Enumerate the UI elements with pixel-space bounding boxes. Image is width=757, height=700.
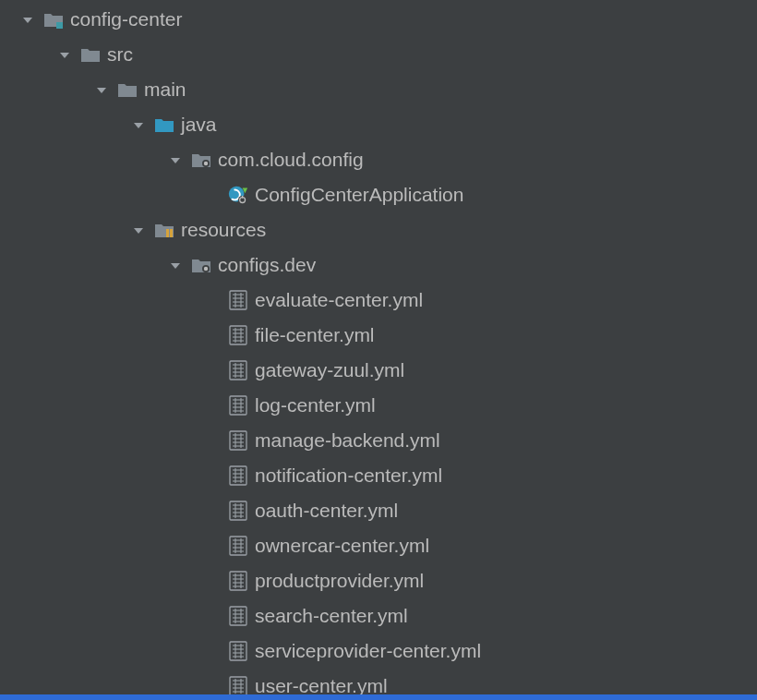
tree-item-label: configs.dev [218, 254, 316, 276]
svg-point-7 [204, 162, 208, 165]
yml-icon [227, 359, 249, 381]
tree-item[interactable]: src [0, 37, 757, 72]
svg-marker-3 [97, 88, 106, 93]
svg-rect-61 [230, 466, 246, 485]
source-folder-icon [153, 114, 175, 136]
tree-item[interactable]: productprovider.yml [0, 563, 757, 598]
svg-rect-29 [230, 326, 246, 344]
svg-rect-53 [230, 431, 246, 450]
tree-item-label: main [144, 78, 186, 101]
project-tree[interactable]: config-centersrcmainjavacom.cloud.config… [0, 0, 757, 700]
tree-item-label: file-center.yml [255, 324, 375, 346]
expand-arrow-icon[interactable] [129, 115, 148, 134]
package-icon [190, 254, 212, 276]
yml-icon [227, 289, 249, 311]
tree-item[interactable]: manage-backend.yml [0, 423, 757, 458]
tree-item[interactable]: ConfigCenterApplication [0, 177, 757, 212]
svg-marker-0 [23, 18, 32, 23]
tree-item-label: serviceprovider-center.yml [255, 640, 481, 662]
tree-item[interactable]: gateway-zuul.yml [0, 353, 757, 388]
tree-item[interactable]: file-center.yml [0, 318, 757, 353]
tree-item[interactable]: config-center [0, 2, 757, 37]
svg-rect-85 [230, 572, 246, 590]
tree-item-label: search-center.yml [255, 605, 408, 627]
expand-arrow-icon[interactable] [166, 256, 185, 274]
tree-item[interactable]: search-center.yml [0, 598, 757, 634]
yml-icon [227, 640, 249, 662]
yml-icon [227, 605, 249, 627]
spring-app-icon [227, 184, 249, 206]
yml-icon [227, 500, 249, 522]
expand-arrow-icon[interactable] [92, 80, 111, 99]
tree-item[interactable]: serviceprovider-center.yml [0, 634, 757, 669]
expand-arrow-icon[interactable] [18, 10, 37, 29]
tree-item-label: manage-backend.yml [255, 429, 440, 452]
selection-bar [0, 694, 757, 700]
tree-item[interactable]: com.cloud.config [0, 142, 757, 177]
module-icon [42, 8, 65, 30]
svg-rect-13 [242, 196, 243, 199]
tree-item-label: ConfigCenterApplication [255, 184, 463, 206]
svg-rect-21 [230, 291, 246, 309]
svg-rect-15 [166, 229, 169, 237]
tree-item-label: oauth-center.yml [255, 500, 398, 522]
tree-item[interactable]: ownercar-center.yml [0, 528, 757, 563]
folder-icon [116, 78, 138, 101]
tree-item-label: com.cloud.config [218, 149, 364, 171]
yml-icon [227, 535, 249, 557]
tree-item[interactable]: java [0, 107, 757, 142]
tree-item-label: log-center.yml [255, 394, 376, 416]
svg-marker-14 [134, 228, 143, 234]
svg-rect-109 [230, 677, 246, 695]
folder-icon [79, 43, 102, 66]
yml-icon [227, 394, 249, 416]
yml-icon [227, 570, 249, 592]
tree-item-label: gateway-zuul.yml [255, 359, 404, 381]
tree-item[interactable]: log-center.yml [0, 388, 757, 423]
expand-arrow-icon[interactable] [166, 151, 185, 169]
svg-marker-17 [171, 263, 180, 269]
tree-item-label: src [107, 43, 133, 66]
tree-item-label: java [181, 114, 217, 136]
package-icon [190, 149, 212, 171]
svg-rect-45 [230, 396, 246, 415]
svg-rect-101 [230, 642, 246, 660]
tree-item-label: resources [181, 219, 266, 241]
svg-rect-69 [230, 501, 246, 520]
tree-item[interactable]: evaluate-center.yml [0, 283, 757, 318]
yml-icon [227, 429, 249, 452]
yml-icon [227, 324, 249, 346]
tree-item-label: productprovider.yml [255, 570, 424, 592]
tree-item-label: evaluate-center.yml [255, 289, 423, 311]
expand-arrow-icon[interactable] [129, 221, 148, 239]
svg-rect-16 [170, 229, 173, 237]
svg-rect-1 [56, 22, 63, 29]
tree-item-label: notification-center.yml [255, 465, 442, 487]
svg-marker-2 [60, 53, 69, 58]
tree-item[interactable]: notification-center.yml [0, 458, 757, 493]
svg-rect-93 [230, 607, 246, 625]
tree-item-label: ownercar-center.yml [255, 535, 429, 557]
svg-marker-5 [171, 158, 180, 163]
tree-item[interactable]: oauth-center.yml [0, 493, 757, 528]
tree-item[interactable]: configs.dev [0, 247, 757, 283]
yml-icon [227, 465, 249, 487]
tree-item[interactable]: main [0, 72, 757, 107]
resources-folder-icon [153, 219, 175, 241]
svg-marker-4 [134, 123, 143, 128]
tree-item-label: config-center [70, 8, 182, 30]
svg-rect-77 [230, 537, 246, 555]
tree-item[interactable]: resources [0, 212, 757, 247]
expand-arrow-icon[interactable] [55, 45, 74, 64]
svg-rect-37 [230, 361, 246, 380]
svg-point-19 [204, 267, 208, 271]
